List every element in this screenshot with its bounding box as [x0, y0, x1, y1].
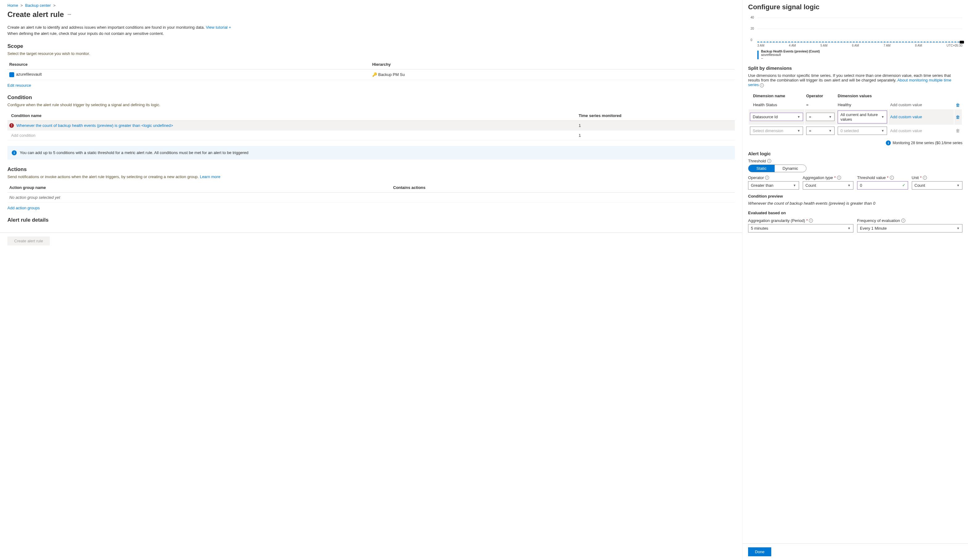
actions-empty-row: No action group selected yet	[7, 193, 735, 203]
operator-select[interactable]: Greater than▼	[748, 181, 799, 190]
breadcrumb-home[interactable]: Home	[7, 3, 18, 8]
info-circle-icon[interactable]: i	[765, 176, 769, 180]
create-alert-rule-button[interactable]: Create alert rule	[7, 236, 50, 245]
condition-col-ts: Time series monitored	[577, 111, 735, 121]
breadcrumb: Home > Backup center >	[7, 3, 735, 8]
intro-text: Create an alert rule to identify and add…	[7, 25, 735, 36]
chart-end-marker	[960, 41, 964, 43]
split-dimensions-heading: Split by dimensions	[748, 66, 963, 71]
more-actions-button[interactable]: ···	[68, 12, 71, 17]
actions-learn-more-link[interactable]: Learn more	[200, 174, 220, 179]
toggle-static[interactable]: Static	[748, 165, 775, 172]
dimension-values-select[interactable]: All current and future values▼	[838, 111, 887, 124]
actions-heading: Actions	[7, 167, 735, 173]
info-icon: i	[12, 150, 17, 155]
dimension-values-select[interactable]: 0 selected▼	[838, 127, 887, 135]
breadcrumb-backup-center[interactable]: Backup center	[25, 3, 51, 8]
add-action-groups-link[interactable]: Add action groups	[7, 206, 40, 210]
condition-heading: Condition	[7, 94, 735, 101]
chevron-down-icon: ▼	[793, 184, 796, 187]
signal-chart: 40 20 0 3 AM 4 AM 5 AM 6 AM 7 AM 8 AM UT…	[748, 15, 963, 60]
info-icon: i	[886, 140, 891, 145]
check-icon: ✓	[902, 183, 905, 187]
chevron-down-icon: ▼	[829, 129, 832, 132]
toggle-dynamic[interactable]: Dynamic	[775, 165, 806, 172]
scope-heading: Scope	[7, 43, 735, 50]
chart-legend-color	[757, 51, 759, 59]
edit-resource-link[interactable]: Edit resource	[7, 83, 31, 88]
threshold-toggle[interactable]: Static Dynamic	[748, 165, 806, 172]
frequency-select[interactable]: Every 1 Minute▼	[857, 224, 963, 233]
chevron-down-icon: ▼	[847, 184, 850, 187]
dimension-row-empty: Select dimension▼ =▼ 0 selected▼ Add cus…	[749, 126, 962, 136]
view-tutorial-link[interactable]: View tutorial +	[206, 25, 231, 30]
dimension-op-select[interactable]: =▼	[806, 113, 835, 121]
condition-preview-text: Whenever the count of backup health even…	[748, 201, 963, 206]
threshold-value-input[interactable]: 0✓	[857, 181, 908, 190]
chevron-down-icon: ▼	[956, 226, 960, 230]
condition-preview-heading: Condition preview	[748, 194, 963, 198]
add-custom-value[interactable]: Add custom value	[890, 129, 922, 133]
done-button[interactable]: Done	[748, 547, 771, 556]
add-custom-value-link[interactable]: Add custom value	[890, 114, 922, 119]
info-circle-icon[interactable]: i	[837, 176, 841, 180]
trash-icon: 🗑	[956, 128, 960, 133]
chevron-down-icon: ▼	[797, 129, 800, 132]
unit-select[interactable]: Count▼	[912, 181, 963, 190]
page-title: Create alert rule ···	[7, 10, 735, 19]
aggregation-type-select[interactable]: Count▼	[803, 181, 854, 190]
chevron-down-icon: ▼	[956, 184, 960, 187]
add-condition-row[interactable]: Add condition 1	[7, 131, 735, 140]
condition-name-link[interactable]: Whenever the count of backup health even…	[17, 123, 173, 128]
info-circle-icon[interactable]: i	[767, 159, 771, 163]
dimension-op-select[interactable]: =▼	[806, 127, 835, 135]
chevron-down-icon: ▼	[797, 115, 800, 119]
vault-icon	[9, 72, 14, 77]
threshold-label: Threshold i	[748, 159, 963, 163]
trash-icon[interactable]: 🗑	[956, 102, 960, 107]
add-custom-value[interactable]: Add custom value	[890, 102, 922, 107]
actions-subtext: Send notifications or invoke actions whe…	[7, 174, 735, 179]
trash-icon[interactable]: 🗑	[956, 114, 960, 119]
dimension-name-select[interactable]: Select dimension▼	[750, 127, 803, 135]
info-circle-icon[interactable]: i	[901, 218, 905, 223]
scope-col-resource: Resource	[7, 59, 370, 69]
dimension-row-datasource: Datasource Id▼ =▼ All current and future…	[749, 109, 962, 125]
scope-row: azurefilesvault 🔑 Backup PM Su	[7, 69, 735, 80]
chevron-down-icon: ▼	[881, 115, 884, 119]
info-circle-icon[interactable]: i	[760, 83, 764, 88]
scope-subtext: Select the target resource you wish to m…	[7, 51, 735, 56]
scope-table: Resource Hierarchy azurefilesvault 🔑 Bac…	[7, 59, 735, 80]
condition-row[interactable]: !Whenever the count of backup health eve…	[7, 121, 735, 131]
condition-subtext: Configure when the alert rule should tri…	[7, 102, 735, 107]
scope-col-hierarchy: Hierarchy	[370, 59, 735, 69]
chevron-down-icon: ▼	[881, 129, 884, 132]
evaluated-heading: Evaluated based on	[748, 211, 963, 215]
condition-info-box: i You can add up to 5 conditions with a …	[7, 146, 735, 160]
info-circle-icon[interactable]: i	[923, 176, 927, 180]
actions-table: Action group name Contains actions No ac…	[7, 183, 735, 203]
aggregation-granularity-select[interactable]: 5 minutes▼	[748, 224, 854, 233]
panel-title: Configure signal logic	[748, 3, 963, 11]
chevron-down-icon: ▼	[829, 115, 832, 119]
split-dimensions-desc: Use dimensions to monitor specific time …	[748, 73, 963, 88]
condition-table: Condition name Time series monitored !Wh…	[7, 111, 735, 141]
actions-col-name: Action group name	[7, 183, 391, 193]
chevron-down-icon: ▼	[847, 226, 850, 230]
dimension-row-health: Health Status = Healthy Add custom value…	[749, 101, 962, 109]
actions-col-contains: Contains actions	[391, 183, 735, 193]
key-icon: 🔑	[372, 72, 377, 77]
error-icon: !	[9, 123, 14, 128]
monitoring-note: i Monitoring 28 time series ($0.1/time s…	[748, 140, 963, 145]
condition-col-name: Condition name	[7, 111, 577, 121]
alert-logic-heading: Alert logic	[748, 151, 963, 156]
info-circle-icon[interactable]: i	[809, 218, 813, 223]
alert-rule-details-heading: Alert rule details	[7, 217, 735, 223]
info-circle-icon[interactable]: i	[890, 176, 894, 180]
dimension-name-select[interactable]: Datasource Id▼	[750, 113, 803, 121]
dimensions-table: Dimension name Operator Dimension values…	[748, 91, 963, 137]
chart-threshold-line	[757, 42, 963, 42]
